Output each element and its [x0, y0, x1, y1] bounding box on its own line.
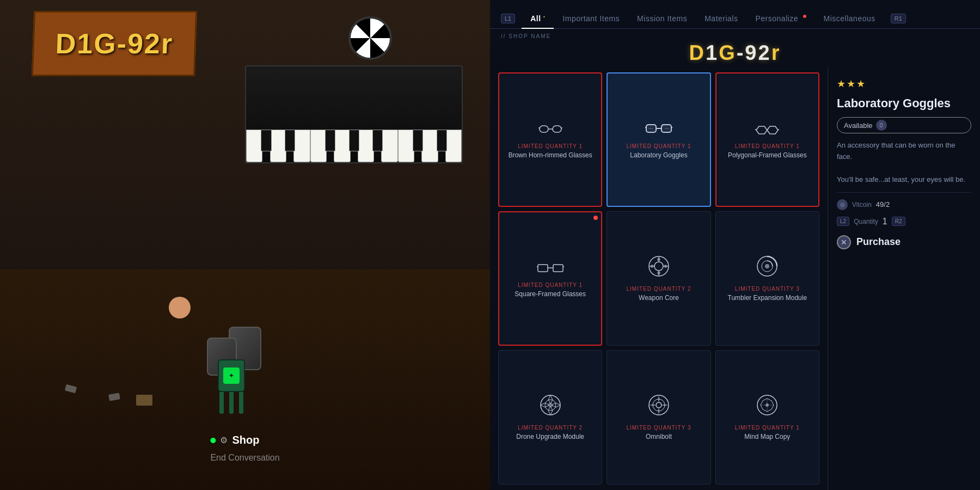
quantity-label: Quantity — [854, 218, 878, 225]
item-icon-glasses — [538, 119, 562, 139]
piano-keys — [246, 130, 462, 162]
notification-dot — [803, 15, 806, 18]
svg-rect-17 — [553, 265, 563, 272]
end-conversation-option[interactable]: End Conversation — [210, 453, 279, 463]
piano-key — [334, 130, 350, 162]
tab-important-items[interactable]: Important Items — [554, 9, 628, 28]
shop-icon: ⚙ — [220, 435, 228, 445]
purchase-row[interactable]: ✕ Purchase — [837, 235, 971, 249]
tab-miscellaneous[interactable]: Miscellaneous — [815, 9, 884, 28]
grid-item-brown-glasses[interactable]: Limited Quantity 1 Brown Horn-rimmed Gla… — [498, 72, 602, 207]
item-quantity: Limited Quantity 1 — [627, 143, 691, 149]
grid-item-weapon-core[interactable]: Limited Quantity 2 Weapon Core — [607, 211, 710, 346]
robot-screen: ✦ — [223, 367, 240, 384]
character-body — [166, 321, 193, 387]
quantity-value: 1 — [883, 217, 887, 226]
piano-decoration — [245, 65, 463, 163]
item-quantity: Limited Quantity 1 — [735, 143, 800, 149]
item-name: Weapon Core — [639, 294, 679, 303]
piano-key — [413, 130, 423, 151]
desc-line-1: An accessory that can be worn on the fac… — [837, 140, 971, 163]
item-grid: Limited Quantity 1 Brown Horn-rimmed Gla… — [490, 67, 828, 490]
piano-key — [421, 130, 438, 162]
piano-key — [437, 130, 447, 151]
robot-leg — [229, 392, 234, 414]
robot-leg — [239, 392, 243, 414]
purchase-button-icon: ✕ — [837, 235, 851, 249]
item-icon-weapon-core — [647, 254, 671, 281]
notification-badge — [593, 216, 598, 220]
character-head — [169, 297, 191, 318]
piano-key — [445, 130, 462, 162]
available-count: 0 — [876, 120, 887, 131]
item-icon-tumbler — [755, 254, 779, 281]
right-trigger-label: R1 — [891, 14, 906, 23]
svg-marker-12 — [756, 126, 767, 134]
grid-item-tumbler[interactable]: Limited Quantity 3 Tumbler Expansion Mod… — [715, 211, 819, 346]
desc-line-2: You'll be safe...at least, your eyes wil… — [837, 174, 971, 186]
item-quantity: Limited Quantity 2 — [518, 425, 583, 431]
tab-personalize[interactable]: Personalize — [746, 9, 814, 28]
shop-title-text: D1G-92r — [689, 41, 781, 65]
item-name: Tumbler Expansion Module — [728, 294, 807, 303]
item-quantity: Limited Quantity 2 — [627, 286, 691, 292]
shop-panel: L1 All • Important Items Mission Items M… — [490, 0, 980, 490]
quantity-increase-trigger[interactable]: R2 — [892, 217, 905, 226]
piano-key — [293, 130, 310, 162]
floor-item — [136, 395, 152, 406]
navigation-tabs: L1 All • Important Items Mission Items M… — [490, 0, 980, 29]
svg-rect-0 — [540, 126, 548, 132]
item-description: An accessory that can be worn on the fac… — [837, 140, 971, 185]
svg-point-28 — [548, 403, 553, 407]
end-conversation-label: End Conversation — [210, 453, 279, 462]
player-character — [158, 299, 201, 408]
quantity-decrease-trigger[interactable]: L2 — [837, 217, 849, 226]
piano-key — [325, 130, 335, 151]
tab-all[interactable]: All • — [522, 9, 554, 28]
tab-materials[interactable]: Materials — [696, 9, 746, 28]
shop-header: // SHOP NAME D1G-92r — [490, 29, 980, 67]
grid-item-mind-map[interactable]: Limited Quantity 1 Mind Map Copy — [715, 350, 819, 485]
vitcoin-icon: ◎ — [837, 199, 848, 210]
grid-item-omnibolt[interactable]: Limited Quantity 3 Omnibolt — [607, 350, 710, 485]
robot-companion: ✦ — [212, 359, 250, 425]
item-name: Omnibolt — [646, 433, 672, 442]
shop-option[interactable]: ⚙ Shop — [210, 434, 279, 446]
item-quantity: Limited Quantity 1 — [518, 143, 583, 149]
available-badge: Available 0 — [837, 117, 971, 133]
grid-item-square-glasses[interactable]: Limited Quantity 1 Square-Framed Glasses — [498, 211, 602, 346]
item-name: Laboratory Goggles — [630, 151, 687, 160]
svg-point-31 — [656, 402, 661, 408]
item-name: Square-Framed Glasses — [514, 290, 586, 299]
robot-leg — [219, 392, 224, 414]
svg-point-25 — [765, 264, 769, 268]
piano-key — [270, 130, 286, 162]
piano-key — [310, 130, 327, 162]
vitcoin-value: 49/2 — [876, 200, 890, 209]
item-name: Mind Map Copy — [744, 433, 790, 442]
svg-point-22 — [654, 262, 663, 271]
item-icon-goggles — [645, 119, 672, 139]
grid-item-polygonal-glasses[interactable]: Limited Quantity 1 Polygonal-Framed Glas… — [715, 72, 819, 207]
piano-key — [246, 130, 262, 162]
game-scene: D1G-92r — [0, 0, 490, 490]
conversation-menu: ⚙ Shop End Conversation — [210, 434, 279, 463]
item-detail-panel: ★★★ Laboratory Goggles Available 0 An ac… — [828, 67, 980, 490]
item-quantity: Limited Quantity 1 — [735, 425, 800, 431]
shop-title-banner: D1G-92r — [685, 39, 786, 67]
active-indicator — [210, 438, 216, 443]
item-name: Drone Upgrade Module — [516, 433, 584, 442]
quantity-row: L2 Quantity 1 R2 — [837, 217, 971, 226]
dartboard-decoration — [348, 16, 392, 60]
shop-label: Shop — [232, 434, 259, 446]
vitcoin-stat: ◎ Vitcoin 49/2 — [837, 199, 971, 210]
grid-item-drone[interactable]: Limited Quantity 2 Drone Upgrade Module — [498, 350, 602, 485]
piano-key — [358, 130, 374, 162]
svg-marker-13 — [767, 126, 778, 134]
item-icon-drone — [538, 393, 562, 420]
item-quantity: Limited Quantity 1 — [518, 282, 583, 288]
tab-mission-items[interactable]: Mission Items — [628, 9, 696, 28]
shop-name-small: // SHOP NAME — [501, 33, 551, 39]
piano-key — [349, 130, 359, 151]
grid-item-lab-goggles[interactable]: Limited Quantity 1 Laboratory Goggles — [607, 72, 710, 207]
